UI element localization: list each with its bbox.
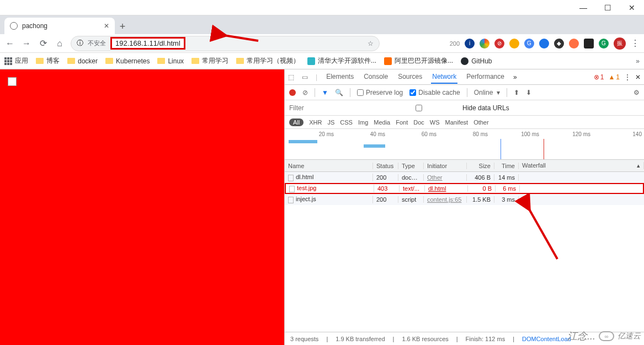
ext-icon-6[interactable] bbox=[539, 39, 549, 48]
info-icon: ⓘ bbox=[77, 39, 83, 48]
throttle-select[interactable]: Online ▾ bbox=[474, 89, 500, 96]
col-initiator[interactable]: Initiator bbox=[424, 163, 467, 169]
preserve-log-checkbox[interactable]: Preserve log bbox=[357, 89, 403, 96]
bookmark-label: Linux bbox=[168, 57, 184, 65]
clear-icon[interactable]: ⊘ bbox=[302, 89, 308, 96]
col-time[interactable]: Time bbox=[494, 163, 519, 169]
bookmark-link[interactable]: GitHub bbox=[461, 56, 492, 66]
timeline-overview[interactable]: 20 ms40 ms60 ms80 ms100 ms120 ms140 bbox=[285, 129, 644, 160]
col-size[interactable]: Size bbox=[467, 163, 494, 169]
close-window-button[interactable]: ✕ bbox=[620, 0, 644, 15]
devtools-tab-console[interactable]: Console bbox=[363, 71, 389, 84]
ext-icon-10[interactable]: G bbox=[599, 39, 609, 48]
devtools-menu-icon[interactable]: ⋮ bbox=[624, 73, 631, 81]
address-bar[interactable]: ⓘ 不安全 192.168.1.11/dl.html ☆ bbox=[71, 36, 380, 51]
filter-input[interactable] bbox=[289, 104, 372, 112]
record-button[interactable] bbox=[289, 89, 296, 96]
apps-label: 应用 bbox=[15, 56, 28, 66]
bookmark-folder[interactable]: 常用学习（视频） bbox=[236, 56, 300, 66]
col-type[interactable]: Type bbox=[398, 163, 424, 169]
bookmark-link[interactable]: 阿里巴巴开源镜像... bbox=[384, 56, 453, 66]
devtools-tab-elements[interactable]: Elements bbox=[325, 71, 355, 84]
ext-icon-8[interactable] bbox=[569, 39, 579, 48]
ext-icon-1[interactable]: i bbox=[465, 39, 475, 48]
footer-resources: 1.6 KB resources bbox=[402, 336, 448, 342]
translate-icon[interactable]: G bbox=[524, 39, 534, 48]
type-media[interactable]: Media bbox=[374, 119, 390, 126]
page-viewport bbox=[0, 69, 284, 345]
browser-tab[interactable]: pachong ✕ bbox=[4, 18, 115, 34]
warning-count[interactable]: ▲1 bbox=[608, 73, 620, 81]
col-status[interactable]: Status bbox=[373, 163, 398, 169]
ext-icon-7[interactable]: ◆ bbox=[554, 39, 564, 48]
folder-icon bbox=[191, 58, 199, 64]
devtools-tab-network[interactable]: Network bbox=[431, 71, 457, 84]
maximize-button[interactable]: ☐ bbox=[595, 0, 620, 15]
settings-gear-icon[interactable]: ⚙ bbox=[634, 89, 640, 96]
back-button[interactable]: ← bbox=[4, 39, 15, 48]
footer-requests: 3 requests bbox=[290, 336, 318, 342]
filter-icon[interactable]: ▼ bbox=[322, 89, 328, 96]
window-titlebar: — ☐ ✕ bbox=[0, 0, 644, 15]
bookmark-folder[interactable]: 常用学习 bbox=[191, 56, 228, 66]
bookmark-label: 博客 bbox=[46, 56, 60, 66]
profile-avatar[interactable]: 振 bbox=[614, 37, 626, 50]
reload-button[interactable]: ⟳ bbox=[38, 38, 49, 48]
bookmark-label: 常用学习（视频） bbox=[247, 56, 300, 66]
ext-icon-2[interactable] bbox=[480, 39, 489, 48]
bookmark-star-icon[interactable]: ☆ bbox=[368, 40, 374, 47]
network-row[interactable]: dl.html200docu...Other406 B14 ms bbox=[285, 172, 644, 183]
type-css[interactable]: CSS bbox=[340, 119, 353, 126]
bookmark-folder[interactable]: docker bbox=[67, 56, 98, 66]
minimize-button[interactable]: — bbox=[571, 0, 595, 15]
search-icon[interactable]: 🔍 bbox=[335, 89, 343, 96]
forward-button[interactable]: → bbox=[21, 39, 32, 48]
ext-icon-4[interactable] bbox=[509, 39, 519, 48]
tab-title: pachong bbox=[22, 22, 47, 30]
bookmarks-overflow-icon[interactable]: » bbox=[636, 57, 640, 65]
type-all[interactable]: All bbox=[289, 118, 304, 126]
bookmark-folder[interactable]: 博客 bbox=[36, 56, 60, 66]
devtools-close-icon[interactable]: ✕ bbox=[635, 73, 641, 81]
new-tab-button[interactable]: + bbox=[115, 19, 130, 34]
bookmark-link[interactable]: 清华大学开源软件... bbox=[307, 56, 376, 66]
download-icon[interactable]: ⬇ bbox=[526, 89, 531, 96]
bookmark-folder[interactable]: Linux bbox=[157, 56, 184, 66]
more-tabs-icon[interactable]: » bbox=[513, 73, 517, 81]
bookmark-label: 清华大学开源软件... bbox=[318, 56, 376, 66]
network-toolbar: ⊘ ▼ 🔍 Preserve log Disable cache Online … bbox=[285, 85, 644, 100]
network-row[interactable]: test.jpg403text/...dl.html0 B6 ms bbox=[285, 183, 644, 194]
network-row[interactable]: inject.js200scriptcontent.js:651.5 KB3 m… bbox=[285, 194, 644, 205]
type-other[interactable]: Other bbox=[473, 119, 489, 126]
hide-urls-checkbox[interactable]: Hide data URLs bbox=[377, 104, 509, 112]
disable-cache-checkbox[interactable]: Disable cache bbox=[409, 89, 460, 96]
ext-icon-9[interactable] bbox=[584, 39, 594, 48]
type-font[interactable]: Font bbox=[396, 119, 408, 126]
footer-transferred: 1.9 KB transferred bbox=[336, 336, 385, 342]
watermark: 江念... ∞ 亿速云 bbox=[567, 330, 641, 343]
home-button[interactable]: ⌂ bbox=[54, 39, 65, 48]
menu-icon[interactable]: ⋮ bbox=[631, 38, 640, 48]
devtools-tab-sources[interactable]: Sources bbox=[397, 71, 423, 84]
type-manifest[interactable]: Manifest bbox=[445, 119, 469, 126]
folder-icon bbox=[157, 58, 165, 64]
device-icon[interactable]: ▭ bbox=[302, 73, 308, 81]
close-tab-icon[interactable]: ✕ bbox=[104, 22, 109, 30]
type-img[interactable]: Img bbox=[358, 119, 368, 126]
apps-button[interactable]: 应用 bbox=[4, 56, 28, 66]
footer-dcl: DOMContentLoad bbox=[522, 336, 571, 342]
type-doc[interactable]: Doc bbox=[413, 119, 424, 126]
inspect-icon[interactable]: ⬚ bbox=[288, 73, 294, 81]
col-waterfall[interactable]: Waterfall▴ bbox=[519, 162, 644, 169]
upload-icon[interactable]: ⬆ bbox=[514, 89, 519, 96]
adblock-icon[interactable]: ⊘ bbox=[494, 39, 504, 48]
type-xhr[interactable]: XHR bbox=[309, 119, 322, 126]
error-count[interactable]: ⊗1 bbox=[594, 73, 604, 81]
folder-icon bbox=[105, 58, 113, 64]
type-js[interactable]: JS bbox=[327, 119, 334, 126]
file-icon bbox=[288, 197, 294, 203]
col-name[interactable]: Name bbox=[285, 163, 373, 169]
type-ws[interactable]: WS bbox=[430, 119, 440, 126]
bookmark-folder[interactable]: Kubernetes bbox=[105, 56, 150, 66]
devtools-tab-performance[interactable]: Performance bbox=[465, 71, 505, 84]
